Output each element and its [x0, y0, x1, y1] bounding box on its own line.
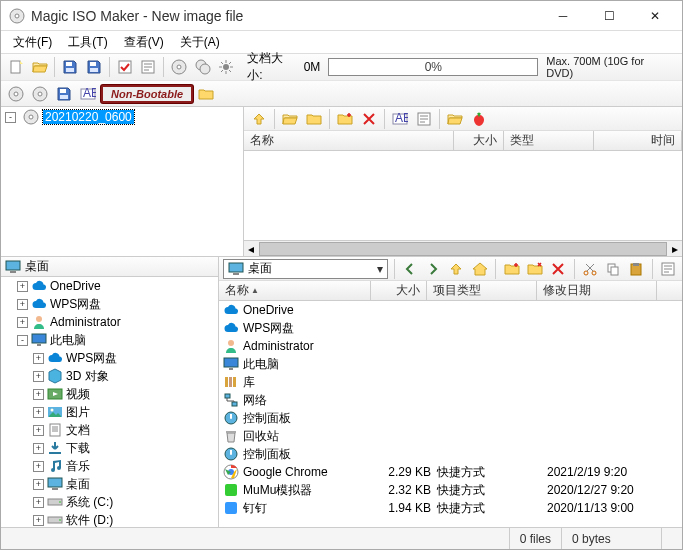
boot-status-badge[interactable]: Non-Bootable: [101, 85, 193, 103]
tree-toggle[interactable]: +: [17, 281, 28, 292]
tree-node[interactable]: -此电脑: [1, 331, 218, 349]
home-button[interactable]: [470, 258, 489, 280]
tree-node[interactable]: +WPS网盘: [1, 349, 218, 367]
view-button[interactable]: [413, 108, 435, 130]
file-list[interactable]: OneDriveWPS网盘Administrator此电脑库网络控制面板回收站控…: [219, 301, 682, 527]
add-folder-button[interactable]: [303, 108, 325, 130]
extract-button[interactable]: [5, 83, 27, 105]
back-button[interactable]: [400, 258, 419, 280]
tree-node[interactable]: +下载: [1, 439, 218, 457]
rename-button[interactable]: [389, 108, 411, 130]
tree-node[interactable]: +文档: [1, 421, 218, 439]
tree-toggle[interactable]: +: [33, 497, 44, 508]
add-file-button[interactable]: [279, 108, 301, 130]
file-row[interactable]: OneDrive: [219, 301, 682, 319]
file-row[interactable]: 此电脑: [219, 355, 682, 373]
delete-button[interactable]: [548, 258, 567, 280]
col-name[interactable]: 名称▲: [219, 281, 371, 300]
location-input[interactable]: 桌面 ▾: [223, 259, 388, 279]
image-hscroll[interactable]: ◂ ▸: [244, 240, 682, 256]
image-root-label[interactable]: 20210220_0600: [43, 110, 134, 124]
tree-node[interactable]: +音乐: [1, 457, 218, 475]
folder-tree[interactable]: +OneDrive+WPS网盘+Administrator-此电脑+WPS网盘+…: [1, 277, 218, 527]
tree-node[interactable]: +Administrator: [1, 313, 218, 331]
tree-toggle[interactable]: +: [33, 479, 44, 490]
image-list[interactable]: [244, 151, 682, 240]
tree-toggle[interactable]: +: [33, 389, 44, 400]
file-row[interactable]: MuMu模拟器2.32 KB快捷方式2020/12/27 9:20: [219, 481, 682, 499]
col-time[interactable]: 时间: [594, 131, 682, 150]
col-size[interactable]: 大小: [371, 281, 427, 300]
cut-button[interactable]: [580, 258, 599, 280]
collapse-toggle[interactable]: -: [5, 112, 16, 123]
extract-button-2[interactable]: [444, 108, 466, 130]
copy-button[interactable]: [604, 258, 623, 280]
col-date[interactable]: 修改日期: [537, 281, 657, 300]
paste-button[interactable]: [627, 258, 646, 280]
menu-file[interactable]: 文件(F): [7, 32, 58, 53]
burn-button[interactable]: [168, 56, 190, 78]
menu-tools[interactable]: 工具(T): [62, 32, 113, 53]
file-row[interactable]: 网络: [219, 391, 682, 409]
menu-view[interactable]: 查看(V): [118, 32, 170, 53]
up-button[interactable]: [248, 108, 270, 130]
properties-button[interactable]: [659, 258, 678, 280]
file-row[interactable]: 回收站: [219, 427, 682, 445]
close-button[interactable]: ✕: [632, 1, 678, 31]
boot-options-button[interactable]: [195, 83, 217, 105]
col-name[interactable]: 名称: [244, 131, 454, 150]
tree-node[interactable]: +系统 (C:): [1, 493, 218, 511]
file-row[interactable]: WPS网盘: [219, 319, 682, 337]
image-tree[interactable]: - 20210220_0600: [1, 107, 244, 256]
new-button[interactable]: [5, 56, 27, 78]
label-button[interactable]: [77, 83, 99, 105]
check-button[interactable]: [114, 56, 136, 78]
tree-toggle[interactable]: +: [33, 371, 44, 382]
new-folder-button[interactable]: [502, 258, 521, 280]
tree-toggle[interactable]: +: [33, 443, 44, 454]
tree-toggle[interactable]: -: [17, 335, 28, 346]
minimize-button[interactable]: ─: [540, 1, 586, 31]
tree-node[interactable]: +图片: [1, 403, 218, 421]
tree-node[interactable]: +WPS网盘: [1, 295, 218, 313]
tree-toggle[interactable]: +: [33, 515, 44, 526]
file-row[interactable]: Administrator: [219, 337, 682, 355]
col-type[interactable]: 类型: [504, 131, 594, 150]
open-button[interactable]: [29, 56, 51, 78]
tree-toggle[interactable]: +: [17, 317, 28, 328]
dropdown-icon[interactable]: ▾: [377, 262, 383, 276]
tree-node[interactable]: +桌面: [1, 475, 218, 493]
tree-toggle[interactable]: +: [33, 461, 44, 472]
tree-toggle[interactable]: +: [33, 425, 44, 436]
file-row[interactable]: 控制面板: [219, 445, 682, 463]
disc-info-button[interactable]: [29, 83, 51, 105]
tree-toggle[interactable]: +: [17, 299, 28, 310]
tree-node[interactable]: +视频: [1, 385, 218, 403]
file-row[interactable]: 钉钉1.94 KB快捷方式2020/11/13 9:00: [219, 499, 682, 517]
tree-node[interactable]: +OneDrive: [1, 277, 218, 295]
file-row[interactable]: 库: [219, 373, 682, 391]
tree-node[interactable]: +软件 (D:): [1, 511, 218, 527]
delete-folder-button[interactable]: [525, 258, 544, 280]
options-button[interactable]: [215, 56, 237, 78]
strawberry-button[interactable]: [468, 108, 490, 130]
copy-disc-button[interactable]: [192, 56, 214, 78]
menu-about[interactable]: 关于(A): [174, 32, 226, 53]
image-root-node[interactable]: - 20210220_0600: [5, 109, 239, 125]
col-size[interactable]: 大小: [454, 131, 504, 150]
tree-node[interactable]: +3D 对象: [1, 367, 218, 385]
tree-caption[interactable]: 桌面: [1, 257, 218, 277]
maximize-button[interactable]: ☐: [586, 1, 632, 31]
tree-toggle[interactable]: +: [33, 407, 44, 418]
col-type[interactable]: 项目类型: [427, 281, 537, 300]
save-as-button[interactable]: [83, 56, 105, 78]
forward-button[interactable]: [424, 258, 443, 280]
up-button[interactable]: [447, 258, 466, 280]
new-folder-button[interactable]: [334, 108, 356, 130]
properties-button[interactable]: [137, 56, 159, 78]
tree-toggle[interactable]: +: [33, 353, 44, 364]
file-row[interactable]: 控制面板: [219, 409, 682, 427]
file-row[interactable]: Google Chrome2.29 KB快捷方式2021/2/19 9:20: [219, 463, 682, 481]
save-button[interactable]: [59, 56, 81, 78]
floppy-button[interactable]: [53, 83, 75, 105]
